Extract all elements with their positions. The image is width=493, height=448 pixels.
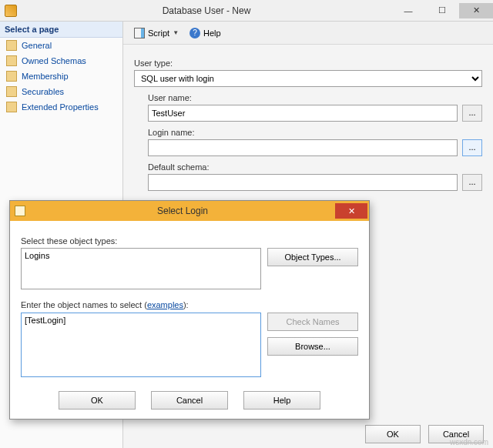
check-names-button[interactable]: Check Names (267, 313, 358, 331)
object-names-input[interactable]: [TestLogin] (21, 313, 261, 377)
object-types-display: Logins (21, 248, 261, 289)
page-icon (6, 55, 17, 66)
page-icon (6, 102, 17, 112)
user-form: User type: SQL user with login User name… (123, 45, 493, 199)
nav-item-extended-properties[interactable]: Extended Properties (0, 99, 122, 115)
cancel-button[interactable]: Cancel (428, 425, 484, 443)
close-button[interactable]: ✕ (459, 3, 493, 18)
window-title: Database User - New (22, 5, 391, 16)
login-name-input[interactable] (148, 139, 458, 156)
modal-close-button[interactable]: ✕ (335, 203, 367, 219)
login-name-ellipsis-button[interactable]: ... (462, 139, 482, 156)
minimize-button[interactable]: — (391, 3, 425, 18)
login-name-label: Login name: (148, 128, 482, 137)
modal-help-button[interactable]: Help (243, 391, 320, 410)
search-icon (15, 206, 25, 216)
examples-link[interactable]: examples (147, 300, 183, 309)
toolbar: Script ▼ ? Help (123, 22, 493, 45)
script-button[interactable]: Script ▼ (131, 26, 182, 40)
nav-item-label: Membership (22, 72, 69, 81)
help-icon: ? (189, 28, 200, 38)
nav-item-membership[interactable]: Membership (0, 69, 122, 84)
page-selector-header: Select a page (0, 22, 122, 38)
help-button[interactable]: ? Help (186, 26, 224, 40)
modal-title: Select Login (30, 206, 335, 216)
object-names-label-pre: Enter the object names to select ( (21, 300, 147, 309)
object-names-label-post: ): (183, 300, 189, 309)
maximize-button[interactable]: ☐ (425, 3, 459, 18)
nav-item-general[interactable]: General (0, 38, 122, 53)
nav-item-label: Extended Properties (22, 102, 99, 112)
page-icon (6, 71, 17, 82)
modal-cancel-button[interactable]: Cancel (151, 391, 228, 410)
modal-footer: OK Cancel Help (10, 385, 369, 419)
browse-button[interactable]: Browse... (267, 337, 358, 356)
object-types-button[interactable]: Object Types... (267, 248, 358, 266)
script-icon (134, 28, 145, 38)
object-types-label: Select these object types: (21, 236, 358, 246)
script-label: Script (148, 28, 169, 38)
user-name-ellipsis-button[interactable]: ... (462, 105, 482, 122)
nav-item-owned-schemas[interactable]: Owned Schemas (0, 53, 122, 69)
object-names-label: Enter the object names to select (exampl… (21, 300, 358, 309)
title-bar: Database User - New — ☐ ✕ (0, 0, 493, 22)
select-login-dialog: Select Login ✕ Select these object types… (9, 200, 370, 420)
page-icon (6, 86, 17, 97)
page-icon (6, 40, 17, 51)
nav-item-label: General (22, 41, 52, 50)
user-type-label: User type: (134, 59, 482, 68)
app-icon (5, 5, 17, 17)
ok-button[interactable]: OK (365, 425, 421, 443)
user-name-label: User name: (148, 93, 482, 102)
dialog-footer: OK Cancel (365, 425, 484, 443)
default-schema-label: Default schema: (148, 162, 482, 172)
modal-ok-button[interactable]: OK (59, 391, 136, 410)
default-schema-ellipsis-button[interactable]: ... (462, 174, 482, 191)
default-schema-input[interactable] (148, 174, 458, 191)
user-name-input[interactable] (148, 105, 458, 122)
nav-item-label: Owned Schemas (22, 56, 86, 65)
help-label: Help (203, 28, 221, 38)
user-type-select[interactable]: SQL user with login (134, 70, 482, 87)
chevron-down-icon: ▼ (173, 29, 179, 36)
nav-item-label: Securables (22, 87, 64, 96)
modal-title-bar: Select Login ✕ (10, 201, 369, 221)
nav-item-securables[interactable]: Securables (0, 84, 122, 99)
